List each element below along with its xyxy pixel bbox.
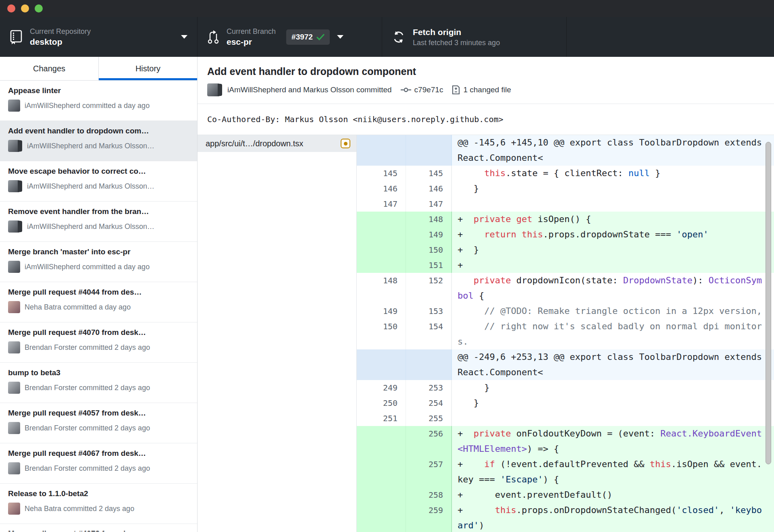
commit-meta: Brendan Forster committed 2 days ago (25, 464, 150, 473)
diff-code-text: + this.props.onDropdownStateChanged('clo… (452, 503, 774, 532)
file-list-item[interactable]: app/src/ui/t…/dropdown.tsx (198, 135, 356, 152)
current-repository-button[interactable]: Current Repository desktop (0, 17, 198, 57)
commit-meta: Neha Batra committed a day ago (25, 303, 131, 312)
pr-number-badge: #3972 (286, 29, 330, 45)
commit-meta: iAmWillShepherd and Markus Olsson… (27, 142, 154, 150)
line-number-gutter: 257 (406, 457, 452, 487)
history-sidebar: Changes History Appease linteriAmWillShe… (0, 57, 198, 532)
caret-down-icon (181, 35, 187, 39)
diff-hunk-header: @@ -249,6 +253,13 @@ export class Toolba… (357, 349, 774, 380)
diff-line: 148152 private dropdownIcon(state: Dropd… (357, 273, 774, 303)
commit-authors: iAmWillShepherd and Markus Olsson commit… (227, 85, 392, 94)
commit-meta: Brendan Forster committed 2 days ago (25, 384, 150, 392)
commit-sha[interactable]: c79e71c (414, 85, 443, 94)
avatar (8, 180, 20, 192)
line-number-gutter: 146 (406, 181, 452, 196)
close-window-button[interactable] (7, 4, 15, 12)
diff-code-text: @@ -249,6 +253,13 @@ export class Toolba… (452, 349, 774, 380)
commit-meta: Brendan Forster committed 2 days ago (25, 424, 150, 432)
commit-list-item[interactable]: bump to beta3Brendan Forster committed 2… (0, 363, 197, 403)
line-number-gutter: 253 (406, 380, 452, 395)
commit-title: Add event handler to dropdown component (207, 66, 764, 77)
line-number-gutter: 256 (406, 426, 452, 457)
fetch-origin-button[interactable]: Fetch origin Last fetched 3 minutes ago (382, 17, 567, 57)
zoom-window-button[interactable] (35, 4, 43, 12)
line-number-gutter: 147 (406, 196, 452, 212)
diff-line: 146146 } (357, 181, 774, 196)
commit-list-item[interactable]: Appease linteriAmWillShepherd committed … (0, 81, 197, 121)
diff-code-text: + private onFoldoutKeyDown = (event: Rea… (452, 426, 774, 457)
commit-title: Remove event handler from the bran… (8, 207, 189, 216)
commit-meta: iAmWillShepherd and Markus Olsson… (27, 222, 154, 231)
diff-line: 258+ event.preventDefault() (357, 487, 774, 503)
line-number-gutter: 149 (406, 227, 452, 242)
commit-list: Appease linteriAmWillShepherd committed … (0, 81, 197, 532)
fetch-origin-subtitle: Last fetched 3 minutes ago (413, 38, 500, 47)
current-repository-value: desktop (30, 37, 91, 47)
tab-changes[interactable]: Changes (0, 57, 99, 80)
minimize-window-button[interactable] (21, 4, 29, 12)
line-number-gutter (357, 135, 406, 166)
toolbar: Current Repository desktop Current Branc… (0, 17, 774, 57)
commit-list-item[interactable]: Merge pull request #4070 from desk…Brend… (0, 322, 197, 363)
diff-scrollbar[interactable] (766, 142, 771, 464)
commit-list-item[interactable]: Move escape behavior to correct co…iAmWi… (0, 161, 197, 202)
line-number-gutter (357, 227, 406, 242)
current-branch-value: esc-pr (227, 37, 276, 47)
line-number-gutter (357, 242, 406, 258)
diff-view: app/src/ui/t…/dropdown.tsx @@ -145,6 +14… (198, 135, 774, 532)
line-number-gutter: 254 (406, 395, 452, 411)
commit-list-item[interactable]: Merge pull request #4067 from desk…Brend… (0, 443, 197, 484)
diff-hunk-header: @@ -145,6 +145,10 @@ export class Toolba… (357, 135, 774, 166)
diff-code-text: + private get isOpen() { (452, 212, 774, 227)
commit-title: Merge pull request #4070 from desk… (8, 328, 189, 337)
commit-detail-pane: Add event handler to dropdown component … (198, 57, 774, 532)
line-number-gutter (357, 503, 406, 532)
avatar (8, 220, 20, 233)
line-number-gutter: 251 (357, 411, 406, 426)
line-number-gutter: 145 (357, 166, 406, 181)
line-number-gutter: 151 (406, 258, 452, 273)
commit-list-item[interactable]: Merge pull request #4057 from desk…Brend… (0, 403, 197, 443)
commit-list-item[interactable]: Merge pull request #4073 from d… (0, 524, 197, 532)
commit-list-item[interactable]: Remove event handler from the bran…iAmWi… (0, 202, 197, 242)
diff-code-text: // right now it's scaled badly on normal… (452, 319, 774, 349)
diff-code-text: // @TODO: Remake triangle octicon in a 1… (452, 303, 774, 319)
changed-files-count: 1 changed file (463, 85, 511, 94)
line-number-gutter: 152 (406, 273, 452, 303)
commit-list-item[interactable]: Add event handler to dropdown com…iAmWil… (0, 121, 197, 161)
line-number-gutter (357, 349, 406, 380)
commit-description: Co-Authored-By: Markus Olsson <niik@user… (198, 104, 774, 135)
avatar (8, 503, 20, 515)
diff-content: @@ -145,6 +145,10 @@ export class Toolba… (357, 135, 774, 532)
diff-code-text: } (452, 181, 774, 196)
line-number-gutter (357, 457, 406, 487)
commit-list-item[interactable]: Release to 1.1.0-beta2Neha Batra committ… (0, 484, 197, 524)
commit-title: Release to 1.1.0-beta2 (8, 489, 189, 498)
tab-history[interactable]: History (99, 57, 197, 80)
diff-line: 250254 } (357, 395, 774, 411)
line-number-gutter (357, 258, 406, 273)
line-number-gutter: 153 (406, 303, 452, 319)
diff-line: 149153 // @TODO: Remake triangle octicon… (357, 303, 774, 319)
line-number-gutter (406, 349, 452, 380)
commit-title: Merge pull request #4073 from d… (8, 529, 189, 532)
line-number-gutter: 255 (406, 411, 452, 426)
line-number-gutter (406, 135, 452, 166)
commit-node-icon (401, 87, 411, 93)
diff-line: 151+ (357, 258, 774, 273)
git-branch-icon (207, 30, 219, 44)
commit-title: Merge pull request #4044 from des… (8, 288, 189, 297)
diff-line: 249253 } (357, 380, 774, 395)
commit-list-item[interactable]: Merge branch 'master' into esc-priAmWill… (0, 242, 197, 282)
commit-title: Add event handler to dropdown com… (8, 127, 189, 135)
commit-header: Add event handler to dropdown component … (198, 57, 774, 104)
line-number-gutter: 150 (406, 242, 452, 258)
commit-meta: iAmWillShepherd and Markus Olsson… (27, 182, 154, 191)
pr-number: #3972 (291, 33, 313, 42)
commit-list-item[interactable]: Merge pull request #4044 from des…Neha B… (0, 282, 197, 322)
fetch-origin-title: Fetch origin (413, 27, 500, 37)
diff-file-icon (452, 85, 460, 95)
avatar (8, 341, 20, 353)
current-branch-button[interactable]: Current Branch esc-pr #3972 (198, 17, 382, 57)
